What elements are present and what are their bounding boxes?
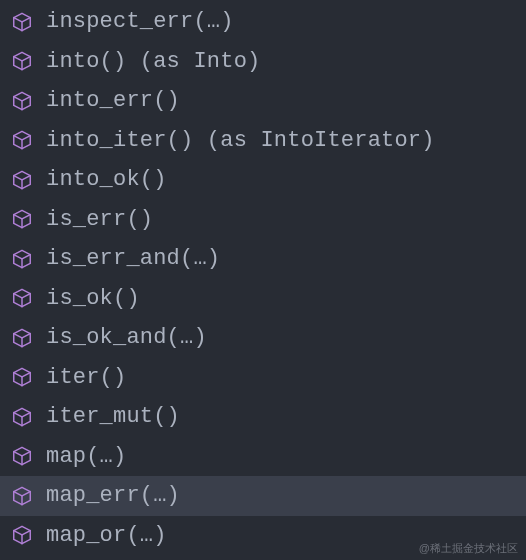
method-icon: [10, 523, 34, 547]
method-icon: [10, 405, 34, 429]
completion-item-label: is_err(): [46, 207, 153, 232]
method-icon: [10, 365, 34, 389]
method-icon: [10, 10, 34, 34]
completion-item[interactable]: into_ok(): [0, 160, 526, 200]
method-icon: [10, 286, 34, 310]
method-icon: [10, 49, 34, 73]
completion-item-label: is_ok(): [46, 286, 140, 311]
method-icon: [10, 89, 34, 113]
completion-item[interactable]: is_err(): [0, 200, 526, 240]
completion-item[interactable]: is_ok_and(…): [0, 318, 526, 358]
completion-item-label: map_err(…): [46, 483, 180, 508]
method-icon: [10, 326, 34, 350]
completion-item-label: into_iter() (as IntoIterator): [46, 128, 435, 153]
completion-item[interactable]: iter(): [0, 358, 526, 398]
completion-item[interactable]: inspect_err(…): [0, 2, 526, 42]
completion-item[interactable]: is_err_and(…): [0, 239, 526, 279]
watermark-text: @稀土掘金技术社区: [419, 541, 518, 556]
completion-item-label: into_ok(): [46, 167, 167, 192]
completion-item-label: inspect_err(…): [46, 9, 234, 34]
completion-item[interactable]: is_ok(): [0, 279, 526, 319]
completion-list: inspect_err(…)into() (as Into)into_err()…: [0, 0, 526, 555]
method-icon: [10, 128, 34, 152]
method-icon: [10, 247, 34, 271]
completion-item-label: iter(): [46, 365, 126, 390]
completion-item[interactable]: into_err(): [0, 81, 526, 121]
method-icon: [10, 168, 34, 192]
completion-item-label: map_or(…): [46, 523, 167, 548]
completion-item-label: map(…): [46, 444, 126, 469]
method-icon: [10, 484, 34, 508]
method-icon: [10, 207, 34, 231]
completion-item[interactable]: iter_mut(): [0, 397, 526, 437]
completion-item-label: is_err_and(…): [46, 246, 220, 271]
completion-item-label: iter_mut(): [46, 404, 180, 429]
completion-item[interactable]: into_iter() (as IntoIterator): [0, 121, 526, 161]
completion-item[interactable]: map(…): [0, 437, 526, 477]
completion-item[interactable]: map_err(…): [0, 476, 526, 516]
completion-item-label: into() (as Into): [46, 49, 260, 74]
completion-item[interactable]: into() (as Into): [0, 42, 526, 82]
completion-item-label: is_ok_and(…): [46, 325, 207, 350]
method-icon: [10, 444, 34, 468]
completion-item-label: into_err(): [46, 88, 180, 113]
